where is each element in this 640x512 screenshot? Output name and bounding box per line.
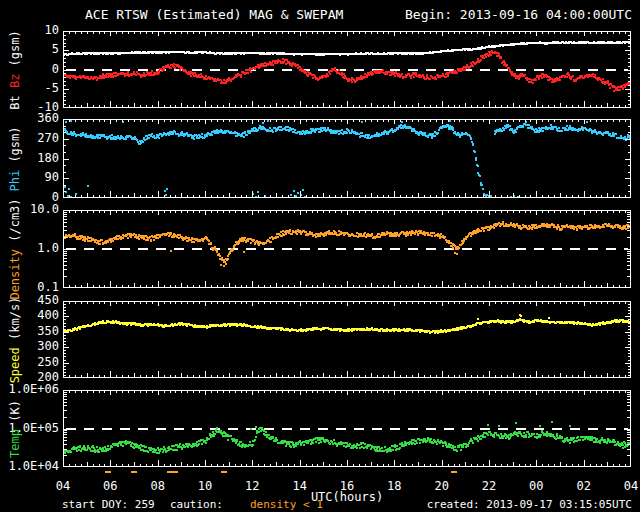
y-axis-label-speed: Speed (km/s) xyxy=(0,301,30,378)
y-tick-label-phi: 270 xyxy=(37,132,59,145)
y-axis-label-part: Bt xyxy=(8,95,22,109)
y-tick-label-density: 10.0 xyxy=(30,203,59,216)
y-tick-label-speed: 300 xyxy=(37,340,59,353)
status-bar: start DOY: 259 caution: density < 1 crea… xyxy=(0,498,640,512)
caution-density-mark xyxy=(131,471,137,473)
y-axis-label-part: Density xyxy=(8,249,22,300)
y-axis-label-mag: Bt Bz (gsm) xyxy=(0,31,30,108)
panel-canvas-density xyxy=(63,210,631,288)
y-tick-label-phi: 180 xyxy=(37,152,59,165)
y-axis-label-part: (gsm) xyxy=(8,30,22,73)
panel-canvas-mag xyxy=(63,31,631,108)
panel-canvas-speed xyxy=(63,301,631,378)
y-axis-label-part: Speed xyxy=(8,347,22,383)
y-tick-label-mag: 0 xyxy=(52,63,59,76)
ace-rtsw-screen: ACE RTSW (Estimated) MAG & SWEPAM Begin:… xyxy=(0,0,640,512)
panel-canvas-temp xyxy=(63,390,631,467)
y-tick-label-mag: 10 xyxy=(45,24,59,37)
y-axis-label-part: (K) xyxy=(8,400,22,429)
y-axis-label-temp: Temp (K) xyxy=(0,390,30,467)
y-tick-label-speed: 450 xyxy=(37,294,59,307)
y-axis-label-part: Phi xyxy=(8,169,22,191)
y-axis-label-part: (gsm) xyxy=(8,126,22,169)
caution-density-note: density < 1 xyxy=(250,498,323,511)
y-axis-label-part: Bz xyxy=(8,73,22,95)
y-tick-label-phi: 90 xyxy=(45,171,59,184)
caution-density-mark xyxy=(105,471,111,473)
plot-area: 1050-5-10Bt Bz (gsm)360270180900Phi (gsm… xyxy=(0,0,640,512)
y-axis-label-part: Temp xyxy=(8,429,22,458)
caution-density-mark xyxy=(451,471,457,473)
y-tick-label-density: 1.0 xyxy=(37,242,59,255)
y-tick-label-speed: 400 xyxy=(37,309,59,322)
caution-density-mark xyxy=(172,471,178,473)
y-axis-label-part: (/cm3) xyxy=(8,198,22,249)
start-doy-label: start DOY: 259 xyxy=(62,498,155,511)
y-tick-label-mag: -5 xyxy=(45,82,59,95)
y-axis-label-phi: Phi (gsm) xyxy=(0,119,30,198)
created-timestamp: created: 2013-09-17 03:15:05UTC xyxy=(427,498,632,511)
y-tick-label-speed: 250 xyxy=(37,356,59,369)
caution-label: caution: xyxy=(170,498,223,511)
caution-density-mark xyxy=(221,471,227,473)
y-tick-label-phi: 360 xyxy=(37,112,59,125)
y-axis-label-part: (km/s) xyxy=(8,296,22,347)
y-tick-label-mag: 5 xyxy=(52,43,59,56)
y-tick-label-speed: 350 xyxy=(37,325,59,338)
y-axis-label-density: Density (/cm3) xyxy=(0,210,30,288)
panel-canvas-phi xyxy=(63,119,631,198)
